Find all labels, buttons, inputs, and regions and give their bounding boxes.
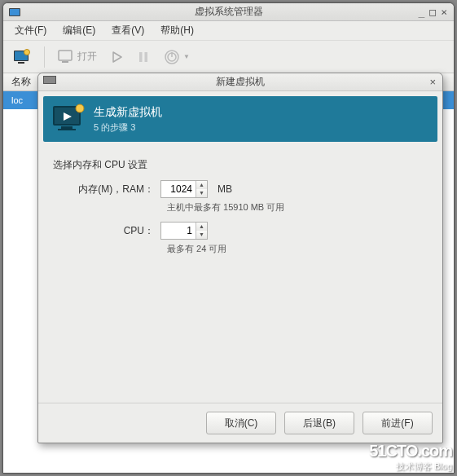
forward-button[interactable]: 前进(F) [363,412,433,434]
ram-hint: 主机中最多有 15910 MB 可用 [167,201,428,214]
open-label: 打开 [77,50,97,64]
menu-help[interactable]: 帮助(H) [154,22,200,39]
ram-input[interactable] [161,181,196,197]
cpu-input[interactable] [161,223,196,239]
svg-rect-19 [61,126,73,129]
close-button[interactable]: × [441,6,447,18]
banner-step: 5 的步骤 3 [94,121,162,134]
menu-view[interactable]: 查看(V) [105,22,151,39]
svg-point-21 [76,104,84,112]
power-button[interactable]: ▼ [159,46,195,68]
svg-marker-8 [113,52,121,62]
up-arrow-icon[interactable]: ▲ [196,181,207,189]
section-title: 选择内存和 CPU 设置 [53,158,428,172]
new-vm-button[interactable] [8,46,36,68]
pause-button[interactable] [133,48,154,66]
ram-label: 内存(M)，RAM： [53,183,154,196]
play-icon [112,51,123,63]
dialog-body: 选择内存和 CPU 设置 内存(M)，RAM： ▲▼ MB 主机中最多有 159… [38,147,442,403]
cpu-stepper[interactable]: ▲▼ [196,223,207,239]
svg-rect-4 [18,62,24,64]
monitor-icon [58,50,74,64]
cpu-spinner[interactable]: ▲▼ [160,222,208,240]
window-title: 虚拟系统管理器 [3,5,454,19]
up-arrow-icon[interactable]: ▲ [196,223,207,231]
ram-stepper[interactable]: ▲▼ [196,181,207,197]
banner-icon [51,103,86,136]
ram-row: 内存(M)，RAM： ▲▼ MB [53,180,428,198]
dialog-titlebar: 新建虚拟机 × [38,73,442,91]
toolbar-separator [44,46,45,68]
svg-point-5 [24,49,30,55]
toolbar: 打开 ▼ [3,41,454,73]
cancel-button[interactable]: 取消(C) [206,412,276,434]
svg-rect-7 [62,61,68,63]
svg-rect-20 [58,129,76,130]
svg-rect-6 [59,51,72,60]
open-button[interactable]: 打开 [53,46,102,68]
minimize-button[interactable]: _ [419,6,425,18]
dialog-footer: 取消(C) 后退(B) 前进(F) [38,403,442,443]
cpu-hint: 最多有 24 可用 [167,243,428,255]
banner-text: 生成新虚拟机 5 的步骤 3 [94,105,162,134]
maximize-button[interactable]: □ [429,6,436,18]
power-icon [164,49,180,65]
run-button[interactable] [107,48,128,66]
banner-heading: 生成新虚拟机 [94,105,162,120]
svg-rect-10 [145,52,148,62]
pause-icon [138,51,149,63]
app-icon [8,6,21,19]
ram-spinner[interactable]: ▲▼ [160,180,208,198]
menu-edit[interactable]: 编辑(E) [56,22,102,39]
down-arrow-icon[interactable]: ▼ [196,189,207,197]
cpu-label: CPU： [53,224,154,238]
chevron-down-icon: ▼ [183,53,190,60]
back-button[interactable]: 后退(B) [284,412,354,434]
ram-unit: MB [218,183,232,195]
dialog-banner: 生成新虚拟机 5 的步骤 3 [43,96,437,142]
down-arrow-icon[interactable]: ▼ [196,231,207,239]
cpu-row: CPU： ▲▼ [53,222,428,240]
main-titlebar: 虚拟系统管理器 _ □ × [3,3,454,21]
dialog-title: 新建虚拟机 [38,75,442,89]
menu-file[interactable]: 文件(F) [8,22,53,39]
window-controls: _ □ × [419,6,454,18]
new-vm-dialog: 新建虚拟机 × 生成新虚拟机 5 的步骤 3 选择内存和 CPU 设置 内存(M… [37,73,443,443]
monitor-new-icon [13,49,31,65]
menubar: 文件(F) 编辑(E) 查看(V) 帮助(H) [3,21,454,41]
svg-rect-9 [139,52,143,62]
svg-rect-1 [10,9,20,15]
